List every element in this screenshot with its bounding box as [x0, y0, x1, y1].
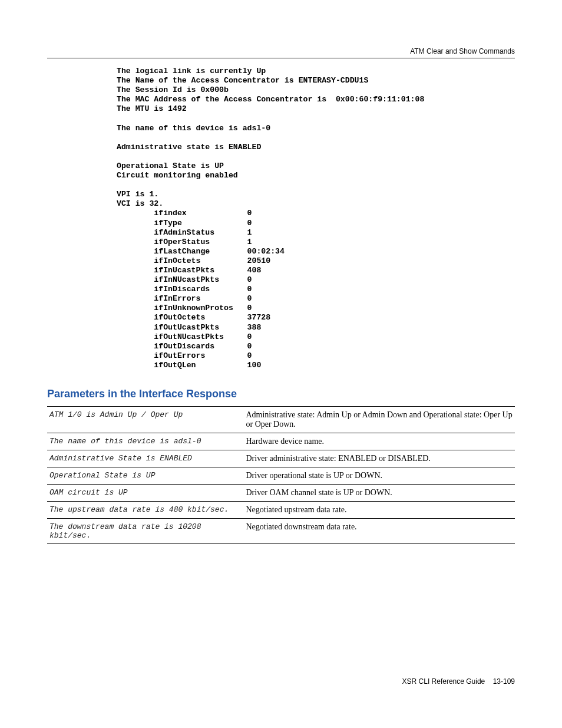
param-desc: Driver administrative state: ENABLED or … — [243, 450, 515, 467]
param-desc: Negotiated upstream data rate. — [243, 502, 515, 519]
code-block: The logical link is currently Up The Nam… — [117, 67, 515, 370]
page-footer: XSR CLI Reference Guide 13-109 — [402, 677, 515, 686]
footer-page-number: 13-109 — [493, 677, 515, 686]
table-row: ATM 1/0 is Admin Up / Oper UpAdministrat… — [47, 407, 515, 433]
table-row: OAM circuit is UPDriver OAM channel stat… — [47, 485, 515, 502]
param-name: Administrative State is ENABLED — [47, 450, 243, 467]
param-name: ATM 1/0 is Admin Up / Oper Up — [47, 407, 243, 433]
param-desc: Hardware device name. — [243, 433, 515, 450]
section-title: Parameters in the Interface Response — [47, 388, 515, 400]
param-desc: Administrative state: Admin Up or Admin … — [243, 407, 515, 433]
footer-guide: XSR CLI Reference Guide — [402, 677, 485, 686]
param-name: The downstream data rate is 10208 kbit/s… — [47, 519, 243, 544]
table-row: The upstream data rate is 480 kbit/sec.N… — [47, 502, 515, 519]
parameters-table: ATM 1/0 is Admin Up / Oper UpAdministrat… — [47, 406, 515, 544]
param-desc: Driver operational state is UP or DOWN. — [243, 467, 515, 485]
param-desc: Driver OAM channel state is UP or DOWN. — [243, 485, 515, 502]
table-row: The downstream data rate is 10208 kbit/s… — [47, 519, 515, 544]
param-name: Operational State is UP — [47, 467, 243, 485]
param-name: The upstream data rate is 480 kbit/sec. — [47, 502, 243, 519]
table-row: Administrative State is ENABLEDDriver ad… — [47, 450, 515, 467]
table-row: The name of this device is adsl-0Hardwar… — [47, 433, 515, 450]
table-row: Operational State is UPDriver operationa… — [47, 467, 515, 485]
param-desc: Negotiated downstream data rate. — [243, 519, 515, 544]
page: ATM Clear and Show Commands The logical … — [0, 0, 562, 728]
header-rule — [47, 58, 515, 58]
param-name: The name of this device is adsl-0 — [47, 433, 243, 450]
param-name: OAM circuit is UP — [47, 485, 243, 502]
running-header: ATM Clear and Show Commands — [47, 47, 515, 55]
